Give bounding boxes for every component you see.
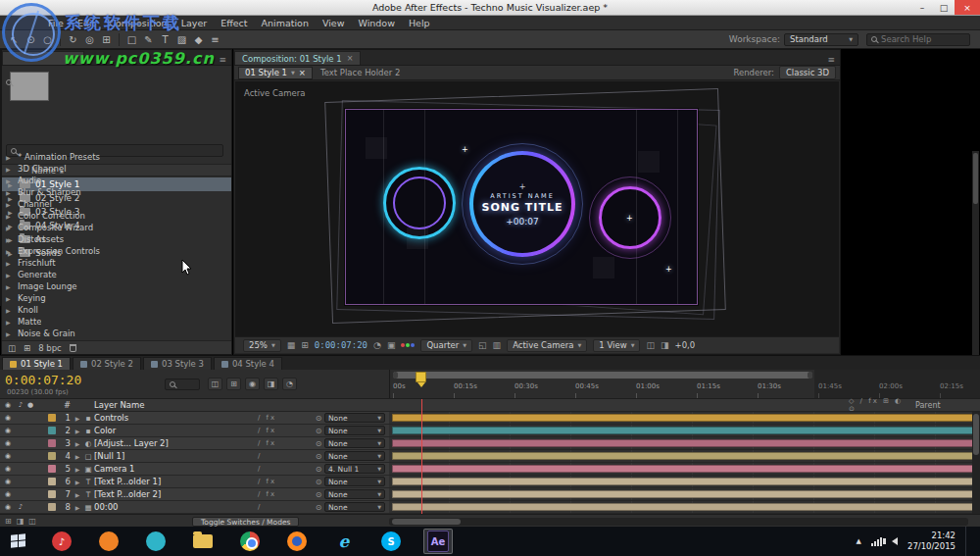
layer-row-4[interactable]: ◉ 4 ▶ ▢ [Null 1] / ⊙ None▼ (0, 450, 980, 463)
effects-category[interactable]: ▶Audio (0, 175, 128, 186)
work-area-bar[interactable] (393, 372, 812, 379)
pick-whip-icon[interactable]: ⊙ (313, 465, 324, 474)
layer-track[interactable] (389, 488, 980, 500)
timeline-tab-01[interactable]: 01 Style 1 (2, 357, 71, 370)
viewer-tab-active[interactable]: 01 Style 1 ▼ × (238, 67, 313, 79)
layer-switches[interactable]: / fx (258, 414, 313, 422)
effects-category[interactable]: ▶Expression Controls (0, 245, 128, 257)
eye-icon[interactable]: ◉ (0, 478, 16, 485)
search-help-box[interactable] (866, 33, 970, 46)
twirl-icon[interactable]: ▶ (6, 166, 13, 173)
pick-whip-icon[interactable]: ⊙ (313, 478, 324, 486)
toggle-switches-modes-button[interactable]: Toggle Switches / Modes (192, 517, 299, 527)
layer-duration-bar[interactable] (392, 427, 977, 434)
parent-dropdown[interactable]: None▼ (324, 502, 385, 512)
layer-duration-bar[interactable] (392, 478, 977, 485)
pick-whip-icon[interactable]: ⊙ (313, 452, 324, 461)
puppet-tool-icon[interactable]: ≡ (207, 32, 223, 47)
parent-dropdown[interactable]: None▼ (324, 489, 385, 499)
layer-duration-bar[interactable] (392, 439, 977, 447)
transparency-grid-icon[interactable]: ▥ (493, 340, 502, 350)
timeline-search-box[interactable] (165, 379, 200, 390)
draft-3d-icon[interactable]: ⊞ (226, 378, 241, 390)
twirl-icon[interactable]: ▶ (6, 295, 13, 302)
network-icon[interactable] (871, 536, 882, 546)
minimize-button[interactable]: – (911, 0, 933, 15)
taskbar-icon-media-player[interactable]: ♪ (47, 529, 76, 554)
timeline-tab-04[interactable]: 04 Style 4 (214, 357, 282, 370)
show-desktop-button[interactable] (965, 527, 970, 556)
layer-track[interactable] (389, 437, 980, 449)
layer-track[interactable] (389, 425, 980, 436)
layer-duration-bar[interactable] (392, 490, 977, 498)
pick-whip-icon[interactable]: ⊙ (313, 427, 324, 435)
view-layout-dropdown[interactable]: 1 View ▼ (593, 339, 640, 352)
eye-icon[interactable]: ◉ (0, 427, 16, 434)
layer-switches[interactable]: / fx (258, 490, 313, 498)
twirl-icon[interactable]: ▶ (6, 272, 13, 278)
layer-name[interactable]: [Text P...older 1] (94, 477, 258, 486)
timeline-vertical-scrollbar[interactable] (972, 412, 980, 514)
twirl-icon[interactable]: ▶ (73, 453, 82, 460)
parent-dropdown[interactable]: None▼ (324, 451, 385, 461)
frame-blend-icon[interactable]: ◨ (264, 378, 278, 390)
effects-category[interactable]: ▶Keying (0, 292, 128, 304)
channels-icon[interactable] (401, 343, 415, 347)
timeline-tab-02[interactable]: 02 Style 2 (73, 357, 141, 370)
label-color-chip[interactable] (48, 503, 56, 511)
pick-whip-icon[interactable]: ⊙ (313, 439, 324, 448)
audio-column-icon[interactable]: ♪ (16, 401, 25, 409)
timeline-horizontal-scrollbar[interactable] (389, 518, 968, 526)
menu-view[interactable]: View (316, 18, 352, 28)
parent-column-header[interactable]: Parent (915, 401, 980, 410)
layer-row-3[interactable]: ◉ 3 ▶ ◐ [Adjust... Layer 2] / fx ⊙ None▼ (0, 437, 980, 450)
label-color-chip[interactable] (48, 439, 56, 447)
layer-row-8[interactable]: ◉ ♪ 8 ▶ ▦ 00:00 / ⊙ None▼ (0, 501, 980, 514)
twirl-icon[interactable]: ▶ (73, 466, 82, 473)
effects-category[interactable]: ▶Image Lounge (0, 280, 128, 292)
twirl-icon[interactable]: ▶ (73, 479, 82, 485)
expand-icon[interactable]: ⊞ (5, 517, 12, 526)
eye-icon[interactable]: ◉ (0, 414, 16, 422)
hidden-icons-arrow[interactable]: ▲ (857, 537, 861, 545)
comp-flowchart-icon[interactable]: ◫ (208, 378, 222, 390)
number-column-header[interactable]: # (59, 400, 73, 410)
taskbar-icon-internet-explorer[interactable]: e (329, 529, 359, 554)
composition-panel-tab[interactable]: Composition: 01 Style 1 × (234, 51, 361, 65)
layer-name[interactable]: Color (94, 426, 258, 435)
twirl-icon[interactable]: ▶ (6, 201, 13, 208)
taskbar-icon-file-explorer[interactable] (188, 529, 218, 554)
panel-menu-icon[interactable]: ≡ (822, 55, 840, 65)
parent-dropdown[interactable]: None▼ (324, 477, 385, 486)
start-button[interactable] (0, 527, 37, 556)
time-ruler[interactable]: 00s 00:15s 00:30s 00:45s 01:00s 01:15s 0… (389, 370, 980, 398)
motion-blur-icon[interactable]: ◔ (282, 378, 297, 390)
grid-icon[interactable]: ⊞ (301, 340, 309, 350)
layer-switches[interactable]: / fx (258, 439, 313, 447)
effects-category[interactable]: ▶* Animation Presets (0, 151, 128, 163)
layer-name[interactable]: [Adjust... Layer 2] (94, 438, 258, 448)
search-help-input[interactable] (881, 34, 965, 44)
twirl-icon[interactable]: ▶ (6, 283, 13, 290)
taskbar-icon-firefox[interactable] (282, 529, 312, 554)
layer-row-5[interactable]: ◉ 5 ▶ ▣ Camera 1 / ⊙ 4. Null 1▼ (0, 463, 980, 476)
layer-switches[interactable]: / (258, 465, 313, 473)
effects-category[interactable]: ▶Matte (0, 316, 128, 328)
parent-dropdown[interactable]: 4. Null 1▼ (324, 464, 385, 474)
layer-duration-bar[interactable] (392, 452, 977, 460)
layer-name[interactable]: Controls (94, 413, 258, 423)
safe-guides-icon[interactable]: ▦ (287, 340, 296, 350)
viewer-timecode[interactable]: 0:00:07:20 (315, 340, 368, 350)
timeline-tab-03[interactable]: 03 Style 3 (143, 357, 212, 370)
twirl-icon[interactable]: ▶ (6, 307, 13, 314)
effects-category[interactable]: ▶Color Correction (0, 210, 128, 222)
scrollbar-thumb[interactable] (973, 153, 978, 204)
layer-switches[interactable]: / fx (258, 478, 313, 485)
twirl-icon[interactable]: ▶ (73, 440, 82, 447)
current-time-display[interactable]: 0:00:07:20 (5, 373, 81, 387)
twirl-icon[interactable]: ▶ (73, 491, 82, 498)
twirl-icon[interactable]: ▶ (6, 236, 13, 243)
composition-viewer[interactable]: Active Camera + ARTIST NAME SONG TITLE +… (235, 81, 839, 336)
layer-switches[interactable]: / (258, 503, 313, 511)
pick-whip-icon[interactable]: ⊙ (313, 490, 324, 499)
